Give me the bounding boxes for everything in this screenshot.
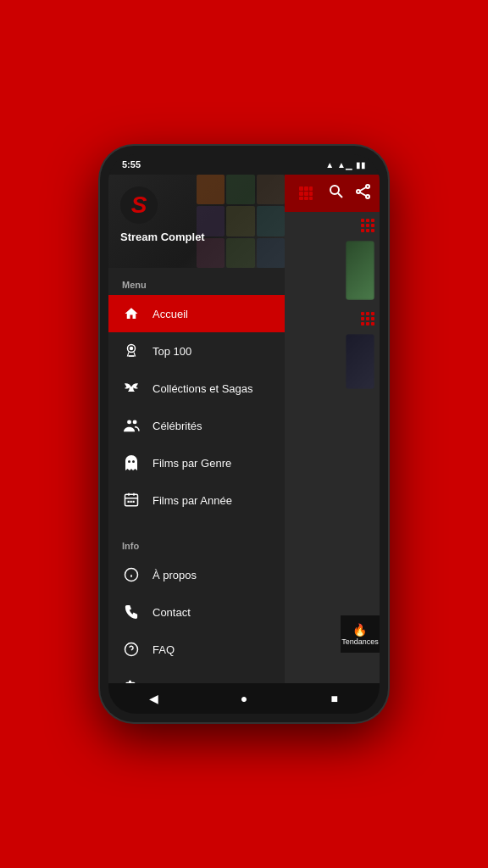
phone-frame: 5:55 ▲ ▲▁ ▮▮: [100, 146, 388, 722]
menu-item-annee[interactable]: Films par Année: [108, 481, 285, 519]
svg-point-19: [127, 420, 131, 424]
svg-rect-29: [133, 501, 135, 503]
signal-icon: ▲▁: [337, 160, 352, 170]
svg-point-22: [132, 460, 135, 463]
drawer-header: S Stream Complet: [108, 175, 285, 268]
menu-section-label: Menu: [108, 276, 285, 295]
menu-item-celebrities[interactable]: Célébrités: [108, 407, 285, 444]
logo-circle: S: [120, 186, 158, 224]
svg-rect-2: [309, 186, 313, 191]
menu-item-contact[interactable]: Contact: [108, 593, 285, 631]
status-icons: ▲ ▲▁ ▮▮: [325, 160, 366, 170]
search-button[interactable]: [329, 184, 344, 203]
grid-row-1: [346, 219, 374, 232]
svg-rect-3: [299, 192, 303, 196]
app-name: Stream Complet: [120, 231, 205, 243]
calendar-icon: [122, 491, 141, 509]
menu-item-collections[interactable]: Colléctions et Sagas: [108, 370, 285, 407]
svg-point-9: [330, 186, 339, 194]
svg-point-12: [357, 190, 360, 193]
svg-point-21: [128, 460, 130, 463]
card-image-1: [346, 241, 374, 300]
content-card-2: [346, 334, 374, 389]
svg-rect-28: [130, 501, 132, 503]
grid-dots-2: [361, 312, 374, 326]
svg-rect-27: [128, 501, 130, 503]
svg-line-10: [338, 193, 342, 198]
menu-item-accueil[interactable]: Accueil: [108, 295, 285, 332]
svg-rect-4: [304, 192, 308, 196]
annee-label: Films par Année: [152, 494, 232, 507]
question-icon: [122, 640, 141, 659]
svg-line-14: [360, 187, 366, 191]
tendances-label: Tendances: [341, 637, 379, 646]
svg-point-11: [366, 185, 369, 188]
top100-label: Top 100: [152, 345, 191, 358]
right-background: 🔥 Tendances: [276, 175, 380, 683]
genre-label: Films par Genre: [152, 457, 231, 470]
battery-icon: ▮▮: [356, 160, 366, 170]
celebrities-label: Célébrités: [152, 420, 202, 432]
bat-icon: [122, 379, 141, 398]
phone-icon: [122, 603, 141, 621]
svg-rect-23: [125, 494, 138, 506]
recents-button[interactable]: ■: [319, 683, 350, 714]
menu-item-apps[interactable]: Nos Applications: [108, 668, 285, 683]
apropos-label: À propos: [152, 569, 197, 581]
flame-icon: 🔥: [352, 623, 367, 637]
faq-label: FAQ: [152, 643, 175, 656]
menu-section: Menu Accueil: [108, 268, 285, 522]
top-action-bar: [276, 175, 380, 212]
collections-label: Colléctions et Sagas: [152, 382, 253, 395]
svg-point-17: [130, 347, 134, 351]
right-content: [341, 212, 380, 653]
svg-rect-7: [304, 197, 308, 200]
phone-screen: 5:55 ▲ ▲▁ ▮▮: [108, 154, 380, 714]
android-navigation: ◀ ● ■: [108, 683, 380, 714]
people-icon: [122, 416, 141, 435]
share-button[interactable]: [356, 184, 371, 203]
drawer-menu: S Stream Complet Menu: [108, 175, 285, 683]
accueil-label: Accueil: [152, 308, 188, 320]
svg-rect-1: [304, 186, 308, 191]
home-button[interactable]: ●: [229, 683, 259, 714]
home-icon: [122, 304, 141, 323]
svg-rect-6: [299, 197, 303, 200]
info-icon: [122, 565, 141, 584]
status-bar: 5:55 ▲ ▲▁ ▮▮: [108, 154, 380, 175]
info-section: Info À propos: [108, 529, 285, 683]
grid-row-2: [346, 312, 374, 326]
svg-point-20: [133, 420, 137, 424]
app-logo: S Stream Complet: [120, 186, 205, 243]
menu-item-genre[interactable]: Films par Genre: [108, 444, 285, 481]
svg-rect-8: [309, 197, 313, 200]
svg-line-15: [360, 192, 366, 196]
header-mosaic: [197, 175, 285, 268]
puzzle-icon: [122, 677, 141, 683]
grid-view-button[interactable]: [295, 182, 317, 204]
card-image-2: [346, 334, 374, 389]
menu-item-faq[interactable]: FAQ: [108, 631, 285, 668]
trophy-icon: [122, 342, 141, 360]
svg-point-13: [366, 195, 369, 198]
grid-dots-1: [361, 219, 374, 232]
logo-letter: S: [131, 193, 147, 217]
menu-item-apropos[interactable]: À propos: [108, 556, 285, 593]
main-content: 🔥 Tendances S: [108, 175, 380, 683]
info-section-label: Info: [108, 537, 285, 556]
contact-label: Contact: [152, 606, 191, 619]
ghost-icon: [122, 453, 141, 472]
svg-rect-5: [309, 192, 313, 196]
menu-item-top100[interactable]: Top 100: [108, 332, 285, 370]
status-time: 5:55: [122, 159, 141, 170]
wifi-icon: ▲: [325, 160, 334, 170]
svg-rect-0: [299, 186, 303, 191]
content-card-1: [346, 241, 374, 300]
back-button[interactable]: ◀: [138, 683, 169, 714]
tendances-tab[interactable]: 🔥 Tendances: [341, 615, 380, 653]
